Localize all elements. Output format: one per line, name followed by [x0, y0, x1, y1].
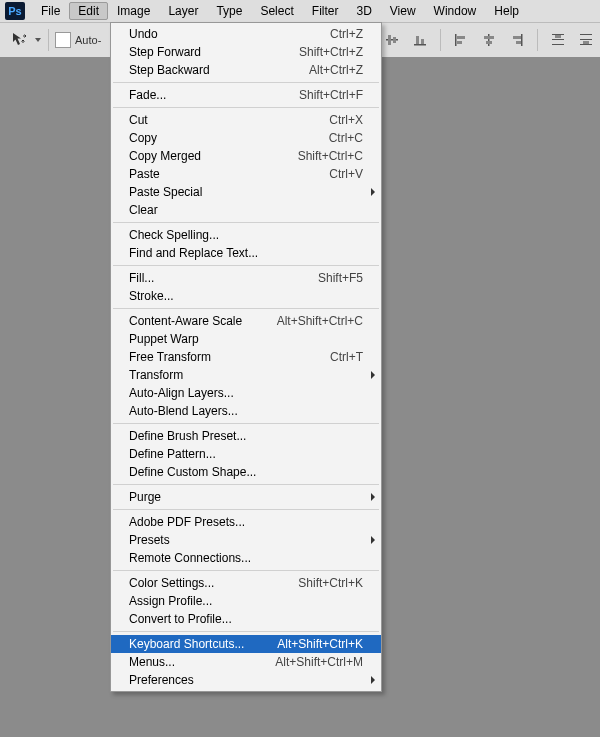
svg-rect-25 — [580, 39, 592, 40]
auto-select-checkbox[interactable] — [55, 32, 71, 48]
menu-separator — [113, 423, 379, 424]
svg-rect-13 — [457, 41, 462, 44]
menu-item-puppet-warp[interactable]: Puppet Warp — [111, 330, 381, 348]
svg-rect-5 — [386, 39, 398, 41]
menu-item-auto-align-layers[interactable]: Auto-Align Layers... — [111, 384, 381, 402]
svg-text:Ps: Ps — [8, 5, 21, 17]
menu-window[interactable]: Window — [425, 2, 486, 20]
svg-rect-27 — [583, 41, 589, 44]
svg-rect-22 — [552, 44, 564, 45]
align-bottom-icon[interactable] — [408, 28, 432, 52]
align-left-icon[interactable] — [449, 28, 473, 52]
svg-rect-24 — [580, 34, 592, 35]
menu-item-purge[interactable]: Purge — [111, 488, 381, 506]
menu-item-convert-to-profile[interactable]: Convert to Profile... — [111, 610, 381, 628]
menu-item-shortcut: Ctrl+C — [329, 131, 363, 145]
menu-item-label: Fill... — [129, 271, 318, 285]
svg-rect-20 — [552, 34, 564, 35]
menu-item-label: Check Spelling... — [129, 228, 363, 242]
menu-item-find-and-replace-text[interactable]: Find and Replace Text... — [111, 244, 381, 262]
menu-item-label: Clear — [129, 203, 363, 217]
menu-image[interactable]: Image — [108, 2, 159, 20]
menu-item-content-aware-scale[interactable]: Content-Aware ScaleAlt+Shift+Ctrl+C — [111, 312, 381, 330]
menu-item-label: Keyboard Shortcuts... — [129, 637, 277, 651]
menu-item-color-settings[interactable]: Color Settings...Shift+Ctrl+K — [111, 574, 381, 592]
menu-separator — [113, 631, 379, 632]
menu-item-label: Content-Aware Scale — [129, 314, 277, 328]
menu-item-transform[interactable]: Transform — [111, 366, 381, 384]
menu-item-adobe-pdf-presets[interactable]: Adobe PDF Presets... — [111, 513, 381, 531]
menu-item-clear[interactable]: Clear — [111, 201, 381, 219]
menu-item-define-custom-shape[interactable]: Define Custom Shape... — [111, 463, 381, 481]
menu-item-keyboard-shortcuts[interactable]: Keyboard Shortcuts...Alt+Shift+Ctrl+K — [111, 635, 381, 653]
menu-file[interactable]: File — [32, 2, 69, 20]
menu-item-label: Copy — [129, 131, 329, 145]
menu-item-copy-merged[interactable]: Copy MergedShift+Ctrl+C — [111, 147, 381, 165]
distribute-top-icon[interactable] — [546, 28, 570, 52]
menu-item-step-forward[interactable]: Step ForwardShift+Ctrl+Z — [111, 43, 381, 61]
menu-item-step-backward[interactable]: Step BackwardAlt+Ctrl+Z — [111, 61, 381, 79]
menu-item-label: Convert to Profile... — [129, 612, 363, 626]
menu-item-label: Define Custom Shape... — [129, 465, 363, 479]
menu-item-cut[interactable]: CutCtrl+X — [111, 111, 381, 129]
menu-item-fade[interactable]: Fade...Shift+Ctrl+F — [111, 86, 381, 104]
menu-item-copy[interactable]: CopyCtrl+C — [111, 129, 381, 147]
svg-rect-23 — [555, 35, 561, 38]
menu-edit[interactable]: Edit — [69, 2, 108, 20]
menu-item-menus[interactable]: Menus...Alt+Shift+Ctrl+M — [111, 653, 381, 671]
menu-item-shortcut: Ctrl+X — [329, 113, 363, 127]
menu-separator — [113, 484, 379, 485]
menu-item-label: Transform — [129, 368, 363, 382]
align-right-icon[interactable] — [505, 28, 529, 52]
menu-item-label: Adobe PDF Presets... — [129, 515, 363, 529]
menu-separator — [113, 570, 379, 571]
menu-item-undo[interactable]: UndoCtrl+Z — [111, 25, 381, 43]
distribute-bottom-icon[interactable] — [574, 28, 598, 52]
menu-item-remote-connections[interactable]: Remote Connections... — [111, 549, 381, 567]
menu-filter[interactable]: Filter — [303, 2, 348, 20]
menu-item-label: Assign Profile... — [129, 594, 363, 608]
menu-item-label: Purge — [129, 490, 363, 504]
menu-3d[interactable]: 3D — [347, 2, 380, 20]
menu-layer[interactable]: Layer — [159, 2, 207, 20]
menu-view[interactable]: View — [381, 2, 425, 20]
menu-item-assign-profile[interactable]: Assign Profile... — [111, 592, 381, 610]
menu-item-auto-blend-layers[interactable]: Auto-Blend Layers... — [111, 402, 381, 420]
menu-help[interactable]: Help — [485, 2, 528, 20]
svg-rect-14 — [488, 34, 490, 46]
menu-item-stroke[interactable]: Stroke... — [111, 287, 381, 305]
submenu-arrow-icon — [371, 188, 375, 196]
menu-item-preferences[interactable]: Preferences — [111, 671, 381, 689]
move-tool-icon[interactable] — [8, 28, 32, 52]
align-vcenter-icon[interactable] — [380, 28, 404, 52]
menu-item-label: Color Settings... — [129, 576, 298, 590]
submenu-arrow-icon — [371, 676, 375, 684]
menu-item-presets[interactable]: Presets — [111, 531, 381, 549]
menu-item-check-spelling[interactable]: Check Spelling... — [111, 226, 381, 244]
menu-item-label: Menus... — [129, 655, 275, 669]
menu-item-shortcut: Ctrl+T — [330, 350, 363, 364]
menu-item-free-transform[interactable]: Free TransformCtrl+T — [111, 348, 381, 366]
dropdown-arrow-icon[interactable] — [34, 36, 42, 44]
menu-item-shortcut: Shift+F5 — [318, 271, 363, 285]
menu-item-define-pattern[interactable]: Define Pattern... — [111, 445, 381, 463]
align-hcenter-icon[interactable] — [477, 28, 501, 52]
menu-item-paste[interactable]: PasteCtrl+V — [111, 165, 381, 183]
svg-rect-18 — [513, 36, 521, 39]
menubar: Ps FileEditImageLayerTypeSelectFilter3DV… — [0, 0, 600, 23]
menu-select[interactable]: Select — [251, 2, 302, 20]
menu-item-label: Auto-Align Layers... — [129, 386, 363, 400]
menu-item-label: Stroke... — [129, 289, 363, 303]
menu-separator — [113, 308, 379, 309]
menu-item-define-brush-preset[interactable]: Define Brush Preset... — [111, 427, 381, 445]
svg-rect-10 — [421, 39, 424, 44]
svg-rect-8 — [414, 44, 426, 46]
menu-item-shortcut: Alt+Ctrl+Z — [309, 63, 363, 77]
menu-item-paste-special[interactable]: Paste Special — [111, 183, 381, 201]
menu-item-fill[interactable]: Fill...Shift+F5 — [111, 269, 381, 287]
svg-rect-11 — [455, 34, 457, 46]
menu-type[interactable]: Type — [207, 2, 251, 20]
menu-item-label: Paste — [129, 167, 329, 181]
svg-rect-12 — [457, 36, 465, 39]
menu-item-shortcut: Ctrl+V — [329, 167, 363, 181]
